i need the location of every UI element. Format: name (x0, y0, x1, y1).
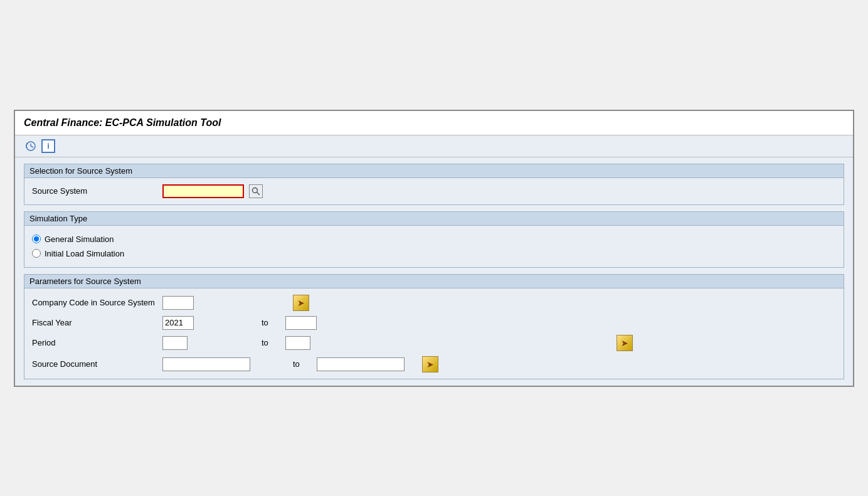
simulation-type-body: General Simulation Initial Load Simulati… (24, 226, 844, 267)
svg-point-4 (253, 187, 258, 193)
source-document-to-input[interactable] (317, 357, 405, 371)
info-icon[interactable]: i (41, 139, 55, 153)
period-to-input[interactable] (285, 336, 310, 350)
right-arrow-icon: ➤ (297, 298, 305, 308)
company-code-nav-button[interactable]: ➤ (293, 295, 309, 311)
fiscal-year-to-input[interactable] (285, 316, 317, 330)
source-system-label: Source System (32, 186, 157, 196)
general-simulation-option[interactable]: General Simulation (32, 235, 836, 244)
general-simulation-radio[interactable] (32, 235, 41, 243)
company-code-label: Company Code in Source System (32, 298, 157, 307)
period-right-arrow-icon: ➤ (621, 338, 628, 348)
title-bar: Central Finance: EC-PCA Simulation Tool (15, 111, 853, 135)
fiscal-year-to-label: to (262, 318, 280, 327)
source-system-body: Source System (24, 178, 844, 204)
source-system-row: Source System (32, 184, 836, 198)
parameters-section: Parameters for Source System Company Cod… (24, 274, 844, 379)
period-from-input[interactable] (162, 336, 188, 350)
toolbar: i (15, 135, 853, 157)
period-label: Period (32, 338, 157, 347)
simulation-radio-group: General Simulation Initial Load Simulati… (32, 232, 836, 261)
source-document-label: Source Document (32, 359, 157, 369)
initial-load-radio[interactable] (32, 249, 41, 258)
main-window: Central Finance: EC-PCA Simulation Tool … (14, 110, 854, 387)
period-nav-button[interactable]: ➤ (617, 335, 633, 351)
period-to-label: to (262, 338, 280, 347)
simulation-type-section: Simulation Type General Simulation Initi… (24, 211, 844, 268)
fiscal-year-from-input[interactable] (162, 316, 194, 330)
svg-line-5 (257, 192, 260, 195)
initial-load-option[interactable]: Initial Load Simulation (32, 249, 836, 258)
clock-icon[interactable] (24, 139, 38, 153)
search-icon (251, 187, 260, 196)
company-code-row: Company Code in Source System ➤ (32, 295, 836, 311)
fiscal-year-row: Fiscal Year to (32, 316, 836, 330)
source-doc-right-arrow-icon: ➤ (426, 359, 434, 369)
parameters-header: Parameters for Source System (24, 275, 844, 288)
source-system-header: Selection for Source System (24, 164, 844, 178)
parameters-body: Company Code in Source System ➤ Fiscal Y… (24, 288, 844, 379)
source-system-input[interactable] (162, 184, 244, 198)
svg-line-2 (31, 146, 33, 147)
period-row: Period to ➤ (32, 335, 836, 351)
general-simulation-label: General Simulation (45, 235, 114, 244)
page-title: Central Finance: EC-PCA Simulation Tool (24, 117, 844, 129)
source-document-row: Source Document to ➤ (32, 356, 836, 372)
source-document-nav-button[interactable]: ➤ (422, 356, 438, 372)
initial-load-label: Initial Load Simulation (45, 249, 124, 258)
source-system-search-button[interactable] (249, 184, 263, 198)
simulation-type-header: Simulation Type (24, 212, 844, 226)
source-document-to-label: to (293, 359, 312, 369)
fiscal-year-label: Fiscal Year (32, 318, 157, 327)
company-code-input[interactable] (162, 296, 194, 310)
source-document-from-input[interactable] (162, 357, 250, 371)
source-system-section: Selection for Source System Source Syste… (24, 164, 844, 205)
content: Selection for Source System Source Syste… (15, 157, 853, 386)
